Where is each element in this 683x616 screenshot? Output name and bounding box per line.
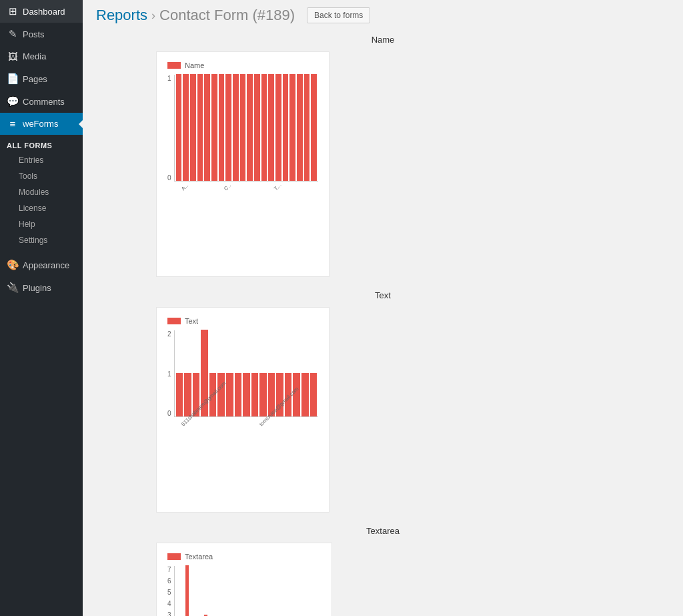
bar [247,74,253,181]
text-chart-section: Text Text 2 1 0 611shabnam@gmail.comtomc… [96,290,670,513]
name-x-axis: Arnold_SchwarzeneggerChris_EvansTom_Crui… [174,183,318,236]
plugins-icon: 🔌 [7,282,19,294]
dashboard-icon: ⊞ [7,5,19,17]
text-chart-legend: Text [167,317,318,325]
sidebar-item-plugins[interactable]: 🔌 Plugins [0,276,83,299]
main-content: Reports › Contact Form (#189) Back to fo… [83,0,683,616]
breadcrumb-current: Contact Form (#189) [159,7,295,24]
sidebar-sub-entries[interactable]: Entries [0,152,83,168]
bar [219,74,225,181]
name-legend-color [167,62,181,69]
breadcrumb-separator: › [151,9,155,23]
sidebar-item-dashboard[interactable]: ⊞ Dashboard [0,0,83,23]
bar [204,74,210,181]
name-chart-section: Name Name 1 0 Arnold_SchwarzeneggerChris… [96,35,670,277]
text-legend-color [167,318,181,324]
textarea-y-axis: 7 6 5 4 3 2 1 0 [167,566,174,616]
bar [225,74,231,181]
pages-icon: 📄 [7,73,19,85]
bar [289,74,295,181]
appearance-icon: 🎨 [7,259,19,271]
textarea-legend-color [167,553,181,560]
sidebar: ⊞ Dashboard ✎ Posts 🖼 Media 📄 Pages 💬 Co… [0,0,83,616]
sidebar-item-pages[interactable]: 📄 Pages [0,67,83,90]
bar [297,74,303,181]
textarea-bar-group [174,566,321,616]
bar [311,74,317,181]
sidebar-sub-settings[interactable]: Settings [0,232,83,248]
bar [185,565,189,616]
reports-link[interactable]: Reports [96,7,147,24]
bar [261,74,267,181]
bar [304,74,310,181]
bar [211,74,217,181]
sidebar-sub-help[interactable]: Help [0,216,83,232]
posts-icon: ✎ [7,28,19,40]
bar [259,373,267,416]
bar [233,74,239,181]
text-chart-title: Text [96,290,670,300]
bar [197,74,203,181]
sidebar-sub-modules[interactable]: Modules [0,184,83,200]
textarea-chart-legend: Textarea [167,553,321,561]
weforms-icon: ≡ [7,118,19,129]
text-chart-area: 611shabnam@gmail.comtomcruise@gmail.com [174,330,318,472]
name-bar-group [174,75,318,182]
bar [240,74,246,181]
sidebar-item-appearance[interactable]: 🎨 Appearance [0,254,83,276]
sidebar-sub-tools[interactable]: Tools [0,168,83,184]
sidebar-sub-license[interactable]: License [0,200,83,216]
bar [254,74,260,181]
name-y-axis: 1 0 [167,75,174,182]
bar [176,373,183,416]
text-y-axis: 2 1 0 [167,330,174,417]
sidebar-item-weforms[interactable]: ≡ weForms [0,113,83,135]
x-label [321,422,360,461]
textarea-chart-title: Textarea [96,526,670,536]
bar [176,74,182,181]
breadcrumb: Reports › Contact Form (#189) Back to fo… [96,7,670,24]
textarea-chart-area: loremipsum [174,566,321,616]
bar [283,74,289,181]
comments-icon: 💬 [7,95,19,107]
bar [184,373,191,416]
name-chart-legend: Name [167,61,318,69]
sidebar-item-comments[interactable]: 💬 Comments [0,90,83,113]
bar [268,74,274,181]
sidebar-item-media[interactable]: 🖼 Media [0,45,83,67]
all-forms-section: All Forms [0,135,83,152]
text-x-axis: 611shabnam@gmail.comtomcruise@gmail.com [174,418,318,472]
bar [190,74,196,181]
sidebar-item-posts[interactable]: ✎ Posts [0,23,83,45]
bar [275,74,281,181]
textarea-chart-section: Textarea Textarea 7 6 5 4 3 2 1 0 [96,526,670,616]
name-chart-title: Name [96,35,670,45]
bar [183,74,189,181]
back-to-forms-button[interactable]: Back to forms [307,7,370,23]
media-icon: 🖼 [7,51,19,62]
name-chart-area: Arnold_SchwarzeneggerChris_EvansTom_Crui… [174,75,318,236]
